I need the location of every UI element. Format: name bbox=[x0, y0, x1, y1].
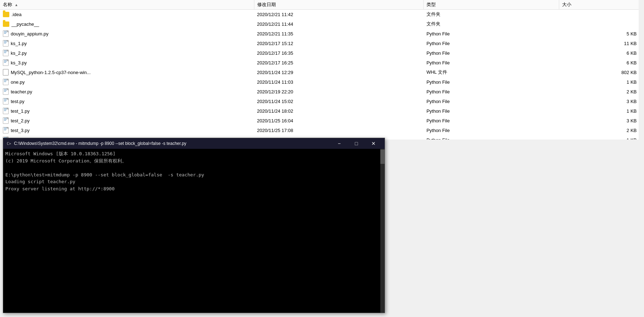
file-size: 6 KB bbox=[559, 58, 644, 68]
file-type: Python File bbox=[424, 77, 559, 87]
py-file-icon bbox=[3, 30, 9, 37]
file-date: 2020/12/21 11:44 bbox=[254, 19, 424, 29]
file-size: 3 KB bbox=[559, 116, 644, 126]
table-row[interactable]: teacher.py 2020/12/19 22:20Python File2 … bbox=[0, 87, 644, 97]
file-type: WHL 文件 bbox=[424, 68, 559, 77]
file-name-text: test_1.py bbox=[11, 108, 30, 114]
py-file-icon bbox=[3, 40, 9, 47]
file-date: 2020/12/17 16:35 bbox=[254, 48, 424, 58]
file-name-wrapper: one.py bbox=[3, 79, 251, 85]
col-header-date[interactable]: 修改日期 bbox=[254, 0, 424, 10]
file-date: 2020/12/17 16:25 bbox=[254, 58, 424, 68]
file-name-wrapper: ks_3.py bbox=[3, 59, 251, 66]
file-type: Python File bbox=[424, 39, 559, 48]
table-row[interactable]: one.py 2020/11/24 11:03Python File1 KB bbox=[0, 77, 644, 87]
file-name-wrapper: test.py bbox=[3, 98, 251, 104]
file-name-cell: teacher.py bbox=[0, 87, 254, 97]
py-file-icon bbox=[3, 127, 9, 133]
col-header-size[interactable]: 大小 bbox=[559, 0, 644, 10]
file-size: 6 KB bbox=[559, 48, 644, 58]
explorer-scrollbar[interactable] bbox=[639, 0, 644, 140]
file-name-cell: test.py bbox=[0, 97, 254, 106]
restore-button[interactable]: □ bbox=[348, 138, 365, 148]
table-row[interactable]: douyin_appium.py 2020/12/21 11:35Python … bbox=[0, 29, 644, 39]
file-name-text: .idea bbox=[11, 12, 21, 17]
table-row[interactable]: test.py 2020/11/24 15:02Python File3 KB bbox=[0, 97, 644, 106]
cmd-window: C> C:\Windows\System32\cmd.exe - mitmdum… bbox=[3, 138, 385, 313]
file-name-wrapper: test_2.py bbox=[3, 117, 251, 124]
cmd-titlebar-buttons: − □ ✕ bbox=[331, 138, 382, 148]
table-row[interactable]: .idea 2020/12/21 11:42文件夹 bbox=[0, 10, 644, 19]
file-name-text: __pycache__ bbox=[11, 21, 39, 27]
file-type: Python File bbox=[424, 58, 559, 68]
file-name-text: test_2.py bbox=[11, 118, 30, 123]
file-size bbox=[559, 19, 644, 29]
file-size: 2 KB bbox=[559, 126, 644, 135]
file-name-cell: test_1.py bbox=[0, 106, 254, 116]
file-type: 文件夹 bbox=[424, 19, 559, 29]
table-row[interactable]: test_2.py 2020/11/25 16:04Python File3 K… bbox=[0, 116, 644, 126]
file-date: 2020/11/25 16:04 bbox=[254, 116, 424, 126]
table-row[interactable]: ks_1.py 2020/12/17 15:12Python File11 KB bbox=[0, 39, 644, 48]
table-row[interactable]: MySQL_python-1.2.5-cp37-none-win... 2020… bbox=[0, 68, 644, 77]
svg-text:C>: C> bbox=[7, 142, 11, 146]
table-row[interactable]: test_1.py 2020/11/24 18:02Python File1 K… bbox=[0, 106, 644, 116]
file-name-wrapper: .idea bbox=[3, 12, 251, 17]
file-size: 11 KB bbox=[559, 39, 644, 48]
table-row[interactable]: test_3.py 2020/11/25 17:08Python File2 K… bbox=[0, 126, 644, 135]
file-type: Python File bbox=[424, 135, 559, 140]
file-size: 802 KB bbox=[559, 68, 644, 77]
cmd-output: Microsoft Windows [版本 10.0.18363.1256] (… bbox=[5, 150, 382, 192]
file-name-cell: ks_1.py bbox=[0, 39, 254, 48]
file-name-wrapper: teacher.py bbox=[3, 88, 251, 95]
py-file-icon bbox=[3, 98, 9, 104]
file-name-cell: ks_2.py bbox=[0, 48, 254, 58]
file-name-wrapper: test_3.py bbox=[3, 127, 251, 133]
file-name-cell: .idea bbox=[0, 10, 254, 19]
cmd-body: Microsoft Windows [版本 10.0.18363.1256] (… bbox=[3, 149, 385, 313]
file-size: 1 KB bbox=[559, 106, 644, 116]
file-size: 1 KB bbox=[559, 77, 644, 87]
file-type: Python File bbox=[424, 87, 559, 97]
file-name-text: test.py bbox=[11, 99, 24, 104]
col-header-name[interactable]: 名称 ▲ bbox=[0, 0, 254, 10]
py-file-icon bbox=[3, 50, 9, 56]
py-file-icon bbox=[3, 117, 9, 124]
file-name-wrapper: __pycache__ bbox=[3, 21, 251, 27]
minimize-button[interactable]: − bbox=[331, 138, 347, 148]
folder-icon bbox=[3, 21, 9, 27]
file-name-text: test_3.py bbox=[11, 128, 30, 133]
file-size bbox=[559, 10, 644, 19]
file-date: 2020/11/25 17:08 bbox=[254, 126, 424, 135]
file-table: 名称 ▲ 修改日期 类型 大小 .idea 2020/12/21 11:42文件… bbox=[0, 0, 644, 140]
file-date: 2020/12/19 22:20 bbox=[254, 87, 424, 97]
table-row[interactable]: ks_3.py 2020/12/17 16:25Python File6 KB bbox=[0, 58, 644, 68]
file-type: 文件夹 bbox=[424, 10, 559, 19]
file-date: 2020/12/21 11:42 bbox=[254, 10, 424, 19]
file-date: 2020/12/17 15:12 bbox=[254, 39, 424, 48]
file-name-text: ks_2.py bbox=[11, 50, 27, 56]
cmd-scrollbar[interactable] bbox=[380, 149, 385, 313]
file-name-cell: one.py bbox=[0, 77, 254, 87]
file-size: 1 KB bbox=[559, 135, 644, 140]
file-name-text: teacher.py bbox=[11, 89, 32, 94]
cmd-titlebar: C> C:\Windows\System32\cmd.exe - mitmdum… bbox=[3, 138, 385, 149]
sort-arrow-name: ▲ bbox=[15, 3, 18, 7]
file-name-cell: ks_3.py bbox=[0, 58, 254, 68]
file-name-wrapper: ks_1.py bbox=[3, 40, 251, 47]
close-button[interactable]: ✕ bbox=[365, 138, 382, 148]
file-name-text: douyin_appium.py bbox=[11, 31, 49, 36]
file-name-cell: MySQL_python-1.2.5-cp37-none-win... bbox=[0, 68, 254, 77]
cmd-icon: C> bbox=[6, 141, 12, 146]
file-size: 2 KB bbox=[559, 87, 644, 97]
table-row[interactable]: __pycache__ 2020/12/21 11:44文件夹 bbox=[0, 19, 644, 29]
file-name-cell: test_3.py bbox=[0, 126, 254, 135]
file-name-text: ks_3.py bbox=[11, 60, 27, 65]
col-header-type[interactable]: 类型 bbox=[424, 0, 559, 10]
cmd-titlebar-left: C> C:\Windows\System32\cmd.exe - mitmdum… bbox=[6, 141, 186, 146]
table-row[interactable]: ks_2.py 2020/12/17 16:35Python File6 KB bbox=[0, 48, 644, 58]
file-name-cell: test_2.py bbox=[0, 116, 254, 126]
file-size: 5 KB bbox=[559, 29, 644, 39]
cmd-scrollbar-thumb[interactable] bbox=[380, 150, 385, 164]
table-header-row: 名称 ▲ 修改日期 类型 大小 bbox=[0, 0, 644, 10]
